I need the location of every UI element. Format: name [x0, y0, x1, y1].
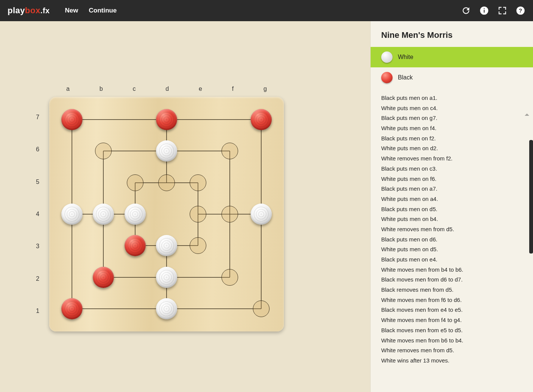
col-label: e	[199, 86, 202, 92]
col-label: c	[132, 86, 136, 92]
move-entry: White moves men from b4 to b6.	[381, 265, 522, 275]
stone-red-a7[interactable]	[61, 109, 83, 130]
player-white-label: White	[398, 54, 413, 61]
move-entry: Black puts men on a1.	[381, 93, 522, 103]
game-board[interactable]	[49, 97, 284, 331]
player-white-row[interactable]: White	[371, 47, 533, 67]
svg-text:?: ?	[519, 7, 522, 14]
move-entry: Black puts men on d6.	[381, 235, 522, 245]
board-point-f2[interactable]	[221, 269, 238, 286]
board-point-e4[interactable]	[190, 206, 206, 222]
help-icon[interactable]: ?	[516, 6, 525, 16]
logo-box: box	[25, 6, 41, 16]
stone-white-d6[interactable]	[156, 140, 177, 162]
board-point-f4[interactable]	[221, 206, 238, 222]
col-label: d	[165, 86, 169, 92]
move-entry: Black puts men on e4.	[381, 255, 522, 265]
move-entry: Black moves men from d6 to d7.	[381, 275, 522, 285]
svg-rect-1	[484, 10, 485, 13]
player-black-label: Black	[398, 74, 413, 81]
row-label: 2	[36, 275, 39, 282]
logo-play: play	[8, 6, 25, 16]
board-point-d5[interactable]	[158, 174, 175, 191]
game-title: Nine Men's Morris	[371, 21, 533, 47]
white-token-icon	[381, 51, 393, 63]
row-label: 4	[36, 211, 39, 218]
board-point-f6[interactable]	[221, 143, 238, 159]
black-token-icon	[381, 72, 393, 83]
board-point-c5[interactable]	[127, 174, 143, 191]
topbar-icons: ?	[461, 6, 525, 16]
move-entry: White removes men from d5.	[381, 345, 522, 356]
fullscreen-icon[interactable]	[497, 6, 507, 16]
row-label: 3	[36, 243, 39, 250]
stone-white-a4[interactable]	[61, 204, 83, 225]
col-label: a	[66, 86, 70, 92]
stone-white-g4[interactable]	[251, 204, 272, 225]
nav-continue[interactable]: Continue	[89, 7, 117, 14]
stone-red-b2[interactable]	[93, 267, 114, 288]
move-entry: White puts men on b4.	[381, 214, 522, 224]
stone-white-c4[interactable]	[125, 204, 146, 225]
side-panel: Nine Men's Morris White Black Black puts…	[370, 21, 533, 392]
move-entry: White puts men on d2.	[381, 143, 522, 154]
row-labels: 7654321	[36, 97, 39, 331]
topbar: play box .fx New Continue ?	[0, 0, 533, 21]
board-point-b6[interactable]	[95, 143, 112, 159]
column-labels: abcdefg	[49, 86, 284, 92]
nav-new[interactable]: New	[65, 7, 78, 14]
move-entry: White puts men on f4.	[381, 123, 522, 134]
move-entry: Black puts men on a7.	[381, 184, 522, 194]
move-entry: White moves men from f4 to g4.	[381, 315, 522, 325]
col-label: g	[263, 86, 267, 92]
stone-red-a1[interactable]	[61, 298, 83, 319]
stone-red-c3[interactable]	[125, 235, 146, 256]
move-entry: Black puts men on f2.	[381, 134, 522, 144]
move-entry: Black puts men on d5.	[381, 204, 522, 215]
info-icon[interactable]	[479, 6, 489, 16]
stone-white-d2[interactable]	[156, 267, 177, 288]
row-label: 1	[36, 308, 39, 314]
move-entry: White moves men from b6 to b4.	[381, 336, 522, 346]
board-point-e3[interactable]	[190, 237, 206, 254]
row-label: 6	[36, 146, 39, 153]
stone-white-d1[interactable]	[156, 298, 177, 319]
refresh-icon[interactable]	[461, 6, 471, 16]
row-label: 5	[36, 179, 39, 185]
move-entry: White removes men from f2.	[381, 154, 522, 164]
move-entry: Black moves men from e5 to d5.	[381, 325, 522, 336]
stone-red-g7[interactable]	[251, 109, 272, 130]
game-stage: abcdefg 7654321	[0, 21, 370, 392]
move-entry: White puts men on d5.	[381, 244, 522, 255]
move-entry: White puts men on c4.	[381, 103, 522, 114]
move-entry: Black puts men on g7.	[381, 113, 522, 123]
nav: New Continue	[65, 7, 117, 14]
board-point-e5[interactable]	[190, 174, 206, 191]
move-entry: Black removes men from d5.	[381, 285, 522, 295]
stone-white-b4[interactable]	[93, 204, 114, 225]
col-label: f	[232, 86, 234, 92]
col-label: b	[100, 86, 103, 92]
logo-fx: .fx	[41, 6, 50, 15]
svg-rect-2	[484, 8, 485, 9]
scroll-up-icon[interactable]	[524, 112, 530, 118]
move-entry: White puts men on f6.	[381, 174, 522, 184]
board-point-g1[interactable]	[253, 300, 270, 317]
scrollbar-thumb[interactable]	[529, 140, 533, 254]
move-entry: White removes men from d5.	[381, 224, 522, 235]
move-entry: White wins after 13 moves.	[381, 356, 522, 366]
row-label: 7	[36, 114, 39, 121]
move-entry: White puts men on a4.	[381, 194, 522, 204]
stone-red-d7[interactable]	[156, 109, 177, 130]
logo[interactable]: play box .fx	[8, 6, 50, 16]
board-lines	[49, 97, 284, 331]
move-entry: White moves men from f6 to d6.	[381, 295, 522, 305]
move-entry: Black moves men from e4 to e5.	[381, 305, 522, 315]
stone-white-d3[interactable]	[156, 235, 177, 256]
move-entry: Black puts men on c3.	[381, 164, 522, 174]
move-list: Black puts men on a1.White puts men on c…	[371, 88, 533, 377]
player-black-row[interactable]: Black	[371, 67, 533, 88]
